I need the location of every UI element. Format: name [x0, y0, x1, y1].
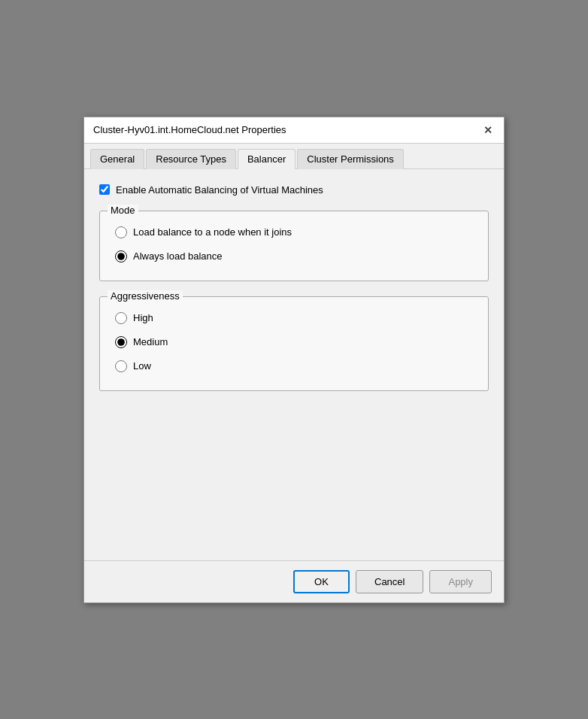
- apply-button[interactable]: Apply: [429, 570, 492, 593]
- radio-load-balance-join[interactable]: [115, 226, 127, 238]
- tab-resource-types[interactable]: Resource Types: [146, 149, 236, 169]
- mode-group: Mode Load balance to a node when it join…: [99, 211, 489, 281]
- aggressiveness-option-low: Low: [112, 354, 476, 378]
- ok-button[interactable]: OK: [293, 570, 350, 593]
- tab-general[interactable]: General: [90, 149, 144, 169]
- radio-low-label[interactable]: Low: [133, 360, 151, 372]
- radio-load-balance-join-label[interactable]: Load balance to a node when it joins: [133, 226, 292, 238]
- footer: OK Cancel Apply: [84, 560, 504, 602]
- aggressiveness-option-high: High: [112, 306, 476, 330]
- radio-medium-label[interactable]: Medium: [133, 336, 168, 347]
- aggressiveness-group-label: Aggressiveness: [108, 290, 183, 302]
- mode-group-label: Mode: [108, 205, 138, 216]
- enable-balancing-checkbox[interactable]: [99, 184, 110, 195]
- mode-option-always-load-balance: Always load balance: [112, 244, 476, 268]
- tab-balancer[interactable]: Balancer: [238, 149, 296, 169]
- radio-always-load-balance-label[interactable]: Always load balance: [133, 250, 223, 262]
- cancel-button[interactable]: Cancel: [356, 570, 423, 593]
- radio-medium[interactable]: [115, 336, 127, 348]
- window-title: Cluster-Hyv01.int.HomeCloud.net Properti…: [93, 124, 286, 135]
- aggressiveness-option-medium: Medium: [112, 330, 476, 354]
- radio-always-load-balance[interactable]: [115, 250, 127, 262]
- aggressiveness-group: Aggressiveness High Medium Low: [99, 296, 489, 391]
- radio-high[interactable]: [115, 312, 127, 324]
- radio-low[interactable]: [115, 360, 127, 372]
- close-button[interactable]: ✕: [481, 123, 495, 137]
- properties-window: Cluster-Hyv01.int.HomeCloud.net Properti…: [83, 117, 505, 603]
- mode-option-load-balance-join: Load balance to a node when it joins: [112, 220, 476, 244]
- radio-high-label[interactable]: High: [133, 312, 153, 323]
- enable-balancing-row: Enable Automatic Balancing of Virtual Ma…: [99, 184, 489, 196]
- tab-content: Enable Automatic Balancing of Virtual Ma…: [84, 169, 504, 560]
- enable-balancing-label[interactable]: Enable Automatic Balancing of Virtual Ma…: [116, 184, 323, 196]
- title-bar: Cluster-Hyv01.int.HomeCloud.net Properti…: [84, 117, 504, 144]
- tab-bar: General Resource Types Balancer Cluster …: [84, 144, 504, 169]
- tab-cluster-permissions[interactable]: Cluster Permissions: [297, 149, 404, 169]
